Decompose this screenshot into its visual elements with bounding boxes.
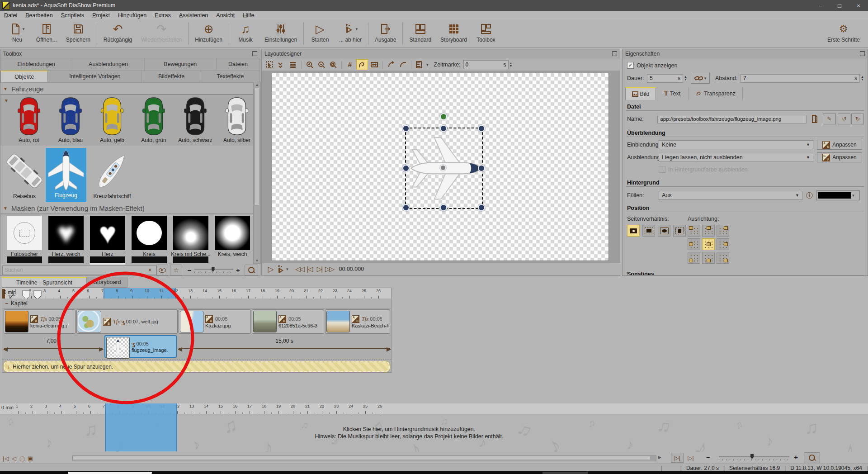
fade-out-select[interactable]: Liegen lassen, nicht ausblenden▼ [659, 153, 813, 162]
collapse-minus-icon[interactable]: − [5, 300, 8, 307]
toolbox-item-kreis[interactable]: Kreis [129, 216, 170, 257]
align-left-button[interactable] [688, 238, 700, 250]
play-to-end-icon[interactable]: ▷| [684, 453, 697, 463]
selection-handle-right[interactable] [478, 165, 485, 172]
toolbox-scrollbar[interactable]: ▲ ▼ [253, 82, 261, 264]
taskbar-search-box[interactable] [68, 472, 152, 474]
align-top-left-button[interactable] [688, 225, 700, 237]
file-name-input[interactable]: app://presets/toolbox/fahrzeuge/flugzeug… [657, 115, 806, 123]
search-input[interactable] [2, 265, 156, 275]
preview-play-from-here-icon[interactable] [275, 264, 285, 274]
fill-select[interactable]: Aus▼ [659, 191, 802, 200]
favorites-button[interactable]: ☆ [170, 265, 182, 275]
add-button[interactable]: ⊕ Hinzufügen [190, 19, 227, 47]
dropdown-caret-icon[interactable]: ▾ [286, 267, 288, 271]
align-top-button[interactable] [702, 225, 715, 237]
fade-to-bg-checkbox[interactable] [659, 166, 665, 173]
preview-play-icon[interactable]: ▷ [265, 264, 275, 274]
music-button[interactable]: ♫ Musik [231, 19, 260, 47]
undo-button[interactable]: ↶ Rückgängig [99, 19, 137, 47]
tab-intelligente-vorlagen[interactable]: Intelligente Vorlagen [48, 71, 142, 82]
rotate-handle[interactable] [440, 113, 447, 120]
add-keyframe-icon[interactable] [386, 60, 396, 70]
minimize-button[interactable]: – [811, 0, 830, 11]
first-steps-button[interactable]: ⚙ Erste Schritte [823, 19, 868, 47]
zoom-all-icon[interactable]: ▣ [26, 453, 34, 463]
clear-search-icon[interactable]: × [148, 266, 152, 274]
dropdown-caret-icon[interactable]: ▾ [426, 62, 429, 67]
tab-text[interactable]: T Text [656, 87, 689, 100]
save-button[interactable]: Speichern [61, 19, 95, 47]
align-bottom-button[interactable] [702, 252, 715, 264]
align-bottom-right-button[interactable] [717, 252, 729, 264]
curve-editor-icon[interactable] [414, 60, 425, 70]
spacing-spinner[interactable]: ▲▼ [861, 76, 864, 81]
next-frame-icon[interactable]: ▷| [315, 264, 325, 274]
zoom-in-control[interactable]: + [236, 266, 240, 274]
selection-handle-top-left[interactable] [402, 125, 410, 132]
section-fahrzeuge[interactable]: ▼ Fahrzeuge [0, 84, 259, 95]
toolbox-item-auto-gruen[interactable]: Auto, grün [133, 96, 174, 143]
timeline-ruler[interactable]: 0 min 1234567891011121314151617181920212… [2, 288, 391, 299]
prev-frame-icon[interactable]: |◁ [305, 264, 315, 274]
timeline-zoom-in[interactable]: + [794, 453, 798, 461]
zoom-in-icon[interactable] [304, 60, 315, 70]
rotate-left-button[interactable]: ↺ [838, 114, 850, 124]
selection-handle-left[interactable] [402, 165, 410, 172]
tab-texteffekte[interactable]: Texteffekte [201, 71, 260, 82]
float-panel-icon[interactable] [612, 51, 617, 56]
fade-in-select[interactable]: Keine▼ [659, 140, 813, 149]
tab-dateien[interactable]: Dateien [217, 58, 260, 70]
zoom-fit-button[interactable] [804, 452, 820, 463]
menu-hinzufuegen[interactable]: Hinzufügen [114, 12, 151, 19]
align-top-right-button[interactable] [717, 225, 729, 237]
timeline-clip-flugzeug-selected[interactable]: ʓ00:05 flugzeug_image. [104, 335, 177, 358]
toolbox-item-kreis-mit-schein[interactable]: Kreis mit Sche... [170, 216, 211, 257]
toolbox-item-kreuzfahrtschiff[interactable]: Kreuzfahrtschiff [87, 150, 137, 199]
timeline-clip-welt[interactable]: ABTfxʓ00:07, welt.jpg [76, 309, 178, 334]
menu-ansicht[interactable]: Ansicht [212, 12, 239, 19]
menu-datei[interactable]: Datei [0, 12, 21, 19]
duration-spinner[interactable]: ▲▼ [684, 76, 687, 81]
thumbnail-size-slider[interactable] [194, 267, 233, 273]
preview-zoom-button[interactable] [245, 265, 258, 275]
snap-tool-icon[interactable] [276, 60, 287, 70]
fade-out-adjust-button[interactable]: BA Anpassen [817, 152, 862, 162]
toolbox-item-kreis-weich[interactable]: Kreis, weich [212, 216, 253, 257]
tab-bildeffekte[interactable]: Bildeffekte [142, 71, 201, 82]
selection-handle-bottom-right[interactable] [478, 204, 485, 211]
selection-handle-bottom[interactable] [440, 204, 447, 211]
toolbox-item-auto-silber[interactable]: Auto, silber [217, 96, 257, 143]
menu-bearbeiten[interactable]: Bearbeiten [21, 12, 57, 19]
go-prev-icon[interactable]: ◁ [10, 453, 18, 463]
aspect-keep-button[interactable] [627, 225, 640, 237]
toolbox-item-flugzeug[interactable]: Flugzeug [46, 148, 86, 202]
zoom-selection-icon[interactable]: ▢ [18, 453, 26, 463]
toolbox-item-fotosucher[interactable]: Fotosucher [4, 216, 45, 257]
kapitel-track-header[interactable]: − Kapitel [2, 299, 391, 309]
preview-eye-button[interactable] [156, 265, 168, 275]
close-button[interactable]: × [849, 0, 868, 11]
toolbox-item-auto-schwarz[interactable]: Auto, schwarz [175, 96, 216, 143]
rotate-right-button[interactable]: ↻ [851, 114, 864, 124]
link-duration-button[interactable]: ▾ [691, 73, 710, 84]
zoom-out-control[interactable]: − [188, 266, 192, 274]
browse-file-button[interactable] [808, 114, 821, 124]
tab-objekte[interactable]: Objekte [0, 71, 48, 82]
tab-ausblendungen[interactable]: Ausblendungen [72, 58, 144, 70]
timeline-clip-kazkazi[interactable]: AB00:05 Kazkazi.jpg [179, 309, 251, 334]
toolbox-item-auto-blau[interactable]: Auto, blau [50, 96, 91, 143]
image-section-icon[interactable] [369, 60, 380, 70]
toolbox-item-auto-rot[interactable]: Auto, rot [9, 96, 49, 143]
duration-input[interactable]: 5s [647, 74, 683, 83]
new-button[interactable]: ▾ Neu [3, 19, 32, 47]
selection-handle-top[interactable] [440, 125, 447, 132]
motion-path-icon[interactable] [356, 59, 368, 70]
background-color-swatch[interactable]: ▾ [816, 190, 860, 200]
timeline-clip-kaskazi-beach[interactable]: ABTfx00:05 Kaskazi-Beach-R [325, 309, 390, 334]
remove-keyframe-icon[interactable] [397, 60, 408, 70]
redo-button[interactable]: ↷ Wiederherstellen [137, 19, 186, 47]
settings-button[interactable]: Einstellungen [260, 19, 302, 47]
float-panel-icon[interactable] [860, 51, 865, 56]
spacing-input[interactable]: 7s [741, 74, 860, 83]
